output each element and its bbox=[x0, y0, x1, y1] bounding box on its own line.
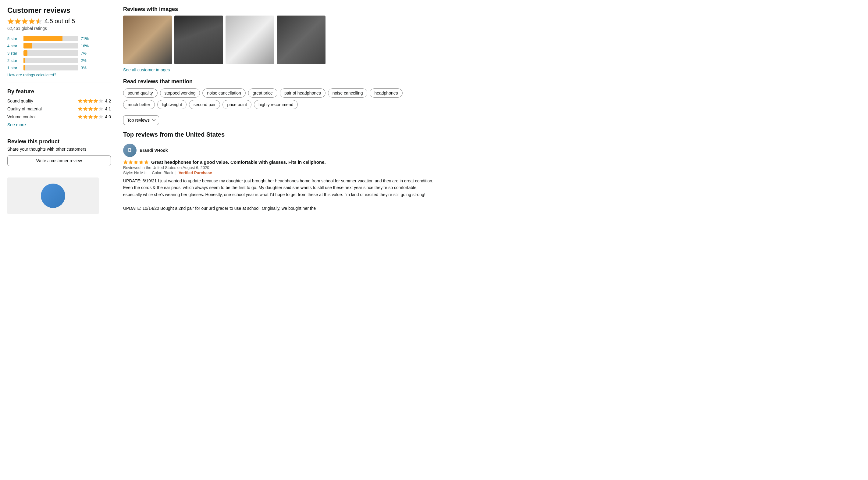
fsq-star3 bbox=[88, 98, 93, 103]
feature-row-material: Quality of material 4.1 bbox=[7, 107, 111, 111]
tag-headphones[interactable]: headphones bbox=[370, 88, 402, 98]
svg-marker-1 bbox=[14, 18, 21, 24]
rating-bar-row-2: 2 star 2% bbox=[7, 58, 111, 63]
tag-price-point[interactable]: price point bbox=[222, 100, 251, 109]
star-2 bbox=[14, 18, 21, 25]
review-date-1: Reviewed in the United States on August … bbox=[123, 165, 434, 170]
svg-marker-18 bbox=[93, 115, 98, 119]
feature-score-volume: 4.0 bbox=[105, 114, 111, 119]
fqm-star2 bbox=[83, 107, 88, 111]
review-image-2[interactable] bbox=[174, 16, 223, 64]
rating-bar-label-3[interactable]: 3 star bbox=[7, 51, 21, 56]
mention-tags-container: sound quality stopped working noise canc… bbox=[123, 88, 434, 109]
svg-marker-3 bbox=[29, 18, 35, 24]
review-title-1: Great headphones for a good value. Comfo… bbox=[151, 159, 326, 165]
tag-noise-cancellation[interactable]: noise cancellation bbox=[203, 88, 245, 98]
review-images-row bbox=[123, 16, 434, 64]
rating-bar-pct-1: 3% bbox=[81, 66, 91, 70]
svg-marker-11 bbox=[83, 107, 88, 111]
fsq-star1 bbox=[78, 98, 83, 103]
rs1-s2 bbox=[128, 160, 133, 165]
review-this-title: Review this product bbox=[7, 139, 111, 145]
customer-reviews-title: Customer reviews bbox=[7, 6, 111, 14]
fqm-star1 bbox=[78, 107, 83, 111]
page-layout: Customer reviews bbox=[7, 6, 434, 219]
svg-marker-15 bbox=[78, 115, 82, 119]
read-reviews-that-mention-title: Read reviews that mention bbox=[123, 79, 434, 85]
tag-noise-cancelling[interactable]: noise cancelling bbox=[328, 88, 368, 98]
review-card-1: B Brandi VHook Great headphones for a go… bbox=[123, 144, 434, 212]
rs1-s5 bbox=[144, 160, 149, 165]
top-reviews-title: Top reviews from the United States bbox=[123, 131, 434, 138]
svg-marker-8 bbox=[93, 99, 98, 103]
review-image-4[interactable] bbox=[277, 16, 326, 64]
svg-marker-21 bbox=[128, 160, 133, 164]
sort-dropdown-wrapper: Top reviews Most recent bbox=[123, 115, 434, 125]
rs1-s4 bbox=[139, 160, 144, 165]
rating-bar-label-5[interactable]: 5 star bbox=[7, 36, 21, 41]
rating-bar-row-1: 1 star 3% bbox=[7, 65, 111, 70]
rating-bar-fill-5 bbox=[24, 36, 62, 41]
feature-score-sound-quality: 4.2 bbox=[105, 98, 111, 103]
review-image-3[interactable] bbox=[225, 16, 274, 64]
see-more-link[interactable]: See more bbox=[7, 122, 111, 127]
star-5-half bbox=[35, 18, 42, 25]
rating-bar-row-4: 4 star 16% bbox=[7, 43, 111, 49]
left-panel: Customer reviews bbox=[7, 6, 111, 219]
rating-bar-fill-3 bbox=[24, 50, 27, 56]
fvc-star1 bbox=[78, 114, 83, 119]
rating-bar-row-5: 5 star 71% bbox=[7, 36, 111, 41]
rating-bar-label-2[interactable]: 2 star bbox=[7, 58, 21, 63]
fqm-star4 bbox=[93, 107, 98, 111]
rating-bar-label-4[interactable]: 4 star bbox=[7, 43, 21, 48]
fsq-star5 bbox=[98, 98, 103, 103]
feature-name-material: Quality of material bbox=[7, 107, 50, 111]
rating-bar-pct-5: 71% bbox=[81, 36, 91, 41]
fqm-star3 bbox=[88, 107, 93, 111]
review-rating-row-1: Great headphones for a good value. Comfo… bbox=[123, 159, 434, 165]
svg-marker-16 bbox=[83, 115, 88, 119]
rating-bar-fill-2 bbox=[24, 58, 25, 63]
avatar-initials-1: B bbox=[123, 144, 136, 157]
rating-bar-track-3 bbox=[24, 50, 78, 56]
svg-marker-9 bbox=[98, 99, 103, 103]
fvc-star4 bbox=[93, 114, 98, 119]
tag-second-pair[interactable]: second pair bbox=[189, 100, 220, 109]
tag-much-better[interactable]: much better bbox=[123, 100, 155, 109]
review-image-1[interactable] bbox=[123, 16, 172, 64]
tag-highly-recommend[interactable]: highly recommend bbox=[254, 100, 298, 109]
bottom-image-placeholder bbox=[7, 178, 99, 214]
sort-dropdown[interactable]: Top reviews Most recent bbox=[123, 115, 159, 125]
star-3 bbox=[21, 18, 28, 25]
tag-pair-of-headphones[interactable]: pair of headphones bbox=[280, 88, 326, 98]
see-all-images-link[interactable]: See all customer images bbox=[123, 67, 434, 72]
feature-stars-material bbox=[78, 107, 103, 111]
svg-marker-10 bbox=[78, 107, 82, 111]
tag-great-price[interactable]: great price bbox=[248, 88, 277, 98]
star-4 bbox=[28, 18, 35, 25]
fqm-star5 bbox=[98, 107, 103, 111]
feature-name-sound-quality: Sound quality bbox=[7, 98, 50, 103]
star-1 bbox=[7, 18, 14, 25]
reviewer-name-1[interactable]: Brandi VHook bbox=[140, 148, 168, 153]
rating-bar-track-5 bbox=[24, 36, 78, 41]
rs1-s1 bbox=[123, 160, 128, 165]
rating-bar-label-1[interactable]: 1 star bbox=[7, 66, 21, 70]
review-this-product-section: Review this product Share your thoughts … bbox=[7, 139, 111, 166]
tag-lightweight[interactable]: lightweight bbox=[157, 100, 187, 109]
review-style-color-1: Style: No Mic | Color: Black | Verified … bbox=[123, 171, 434, 175]
svg-marker-22 bbox=[133, 160, 138, 164]
rating-bar-track-2 bbox=[24, 58, 78, 63]
svg-marker-20 bbox=[123, 160, 128, 164]
svg-marker-13 bbox=[93, 107, 98, 111]
review-style-1: Style: No Mic bbox=[123, 171, 147, 175]
overall-score: 4.5 out of 5 bbox=[44, 18, 75, 25]
by-feature-title: By feature bbox=[7, 88, 111, 95]
feature-stars-score-volume: 4.0 bbox=[78, 114, 111, 119]
how-calculated-link[interactable]: How are ratings calculated? bbox=[7, 72, 56, 77]
write-review-button[interactable]: Write a customer review bbox=[7, 155, 111, 166]
tag-stopped-working[interactable]: stopped working bbox=[160, 88, 200, 98]
svg-marker-19 bbox=[98, 115, 103, 119]
tag-sound-quality[interactable]: sound quality bbox=[123, 88, 158, 98]
feature-stars-score-sound-quality: 4.2 bbox=[78, 98, 111, 103]
